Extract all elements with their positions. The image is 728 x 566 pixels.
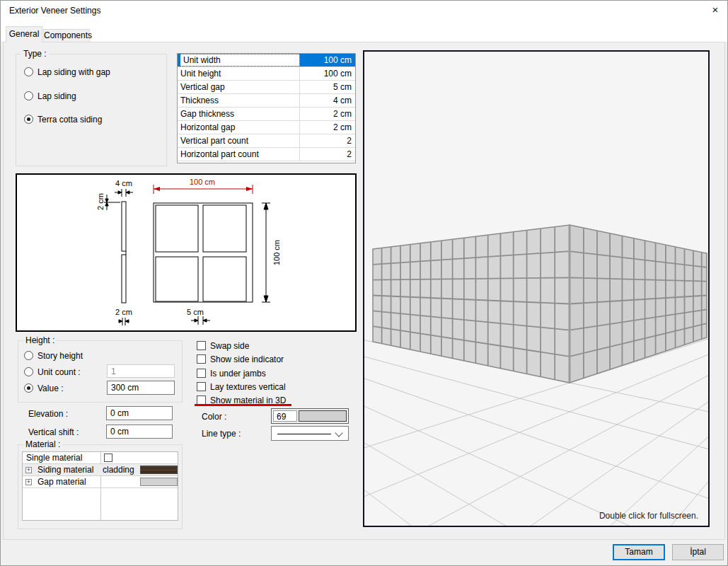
ok-button[interactable]: Tamam — [613, 544, 665, 560]
radio-label: Value : — [37, 383, 63, 393]
property-value[interactable]: 2 — [300, 148, 355, 161]
single-material-checkbox[interactable] — [104, 454, 112, 462]
radio-label: Lap siding with gap — [37, 67, 110, 77]
checkbox-icon — [197, 354, 206, 364]
value-input[interactable]: 300 cm — [107, 381, 175, 395]
material-label: Gap material — [23, 477, 86, 487]
dim-front-gap — [191, 316, 210, 325]
vertical-shift-input[interactable]: 0 cm — [106, 424, 173, 439]
property-label: Unit height — [178, 67, 300, 80]
cancel-button[interactable]: İptal — [672, 544, 724, 560]
radio-story-height[interactable]: Story height — [24, 350, 83, 361]
checkbox-is-under-jambs[interactable]: Is under jambs — [197, 368, 266, 379]
property-row-vertical-part-count[interactable]: Vertical part count 2 — [178, 134, 355, 148]
property-row-horizontal-gap[interactable]: Horizontal gap 2 cm — [178, 121, 355, 134]
property-value[interactable]: 2 cm — [300, 121, 355, 134]
fullscreen-hint: Double click for fullscreen. — [599, 511, 698, 521]
dim-side-gap-top — [104, 195, 120, 210]
dim-label-front-height: 100 cm — [272, 240, 281, 265]
radio-icon-selected — [24, 383, 33, 393]
dim-label-front-width: 100 cm — [190, 178, 215, 186]
siding-material-swatch[interactable] — [140, 466, 178, 474]
checkbox-label: Lay textures vertical — [210, 382, 286, 392]
checkbox-label: Show side indicator — [210, 354, 284, 364]
type-group: Type : Lap siding with gap Lap siding Te… — [16, 54, 167, 166]
property-label: Vertical gap — [178, 81, 300, 93]
dim-front-height — [262, 203, 270, 302]
property-label: Unit width — [178, 54, 300, 67]
dim-label-side-gap-top: 2 cm — [96, 193, 105, 210]
gap-material-swatch[interactable] — [140, 478, 178, 486]
diagram-drawing: 4 cm 2 cm 2 cm — [17, 175, 355, 330]
property-row-unit-width[interactable]: Unit width 100 cm — [178, 54, 355, 67]
chevron-down-icon — [335, 429, 342, 437]
dim-label-side-gap-bottom: 2 cm — [115, 308, 132, 316]
preview-3d-render — [364, 52, 708, 526]
close-icon[interactable]: × — [707, 4, 723, 18]
property-row-thickness[interactable]: Thickness 4 cm — [178, 94, 355, 108]
property-row-gap-thickness[interactable]: Gap thickness 2 cm — [178, 108, 355, 121]
tab-components[interactable]: Components — [43, 29, 90, 42]
preview-3d[interactable]: Double click for fullscreen. — [363, 50, 710, 527]
title-bar — [0, 0, 728, 42]
checkbox-label: Is under jambs — [210, 369, 266, 379]
unit-count-input[interactable]: 1 — [107, 364, 175, 378]
line-type-dropdown[interactable] — [271, 426, 349, 441]
property-value[interactable]: 100 cm — [300, 54, 355, 67]
color-number-input[interactable]: 69 — [273, 410, 297, 422]
material-row-gap[interactable]: + Gap material — [23, 476, 178, 488]
dimension-diagram: 4 cm 2 cm 2 cm — [16, 173, 357, 332]
dim-label-side-width: 4 cm — [115, 179, 132, 187]
property-value[interactable]: 4 cm — [300, 94, 355, 107]
radio-lap-siding-with-gap[interactable]: Lap siding with gap — [24, 67, 110, 77]
front-view — [154, 203, 253, 302]
property-row-unit-height[interactable]: Unit height 100 cm — [178, 67, 355, 81]
vertical-shift-label: Vertical shift : — [28, 427, 79, 437]
radio-label: Story height — [37, 351, 83, 361]
radio-icon — [24, 91, 33, 100]
property-label: Gap thickness — [178, 108, 300, 120]
color-swatch[interactable] — [299, 410, 347, 422]
radio-icon — [24, 351, 33, 360]
selection-indicator — [178, 54, 180, 67]
dim-side-width — [115, 189, 133, 197]
property-value[interactable]: 100 cm — [300, 67, 355, 80]
radio-label: Terra cotta siding — [37, 115, 102, 125]
material-row-siding[interactable]: + Siding material cladding — [23, 464, 178, 476]
property-label: Vertical part count — [178, 134, 300, 147]
color-control[interactable]: 69 — [271, 408, 349, 424]
expand-icon[interactable]: + — [25, 479, 32, 485]
tab-general[interactable]: General — [6, 26, 42, 42]
radio-value[interactable]: Value : — [24, 383, 63, 393]
property-row-horizontal-part-count[interactable]: Horizontal part count 2 — [178, 148, 355, 161]
elevation-label: Elevation : — [28, 409, 68, 419]
material-table: Single material + Siding material claddi… — [22, 451, 178, 521]
property-value[interactable]: 5 cm — [300, 81, 355, 93]
material-group: Material : Single material + Siding mate… — [18, 444, 183, 529]
material-label: Siding material — [23, 465, 93, 475]
radio-icon-selected — [24, 115, 33, 124]
radio-terra-cotta-siding[interactable]: Terra cotta siding — [24, 114, 102, 125]
material-value[interactable]: cladding — [103, 465, 134, 475]
checkbox-lay-textures-vertical[interactable]: Lay textures vertical — [197, 381, 286, 392]
height-group: Height : Story height Unit count : Value… — [18, 340, 183, 403]
radio-label: Lap siding — [37, 91, 76, 101]
line-sample — [277, 434, 331, 434]
property-label: Horizontal part count — [178, 148, 300, 161]
property-value[interactable]: 2 cm — [300, 108, 355, 120]
material-row-single[interactable]: Single material — [23, 452, 178, 464]
line-type-label: Line type : — [202, 429, 241, 439]
radio-lap-siding[interactable]: Lap siding — [24, 91, 76, 101]
expand-icon[interactable]: + — [25, 467, 32, 473]
checkbox-icon — [197, 341, 206, 350]
side-view — [122, 202, 126, 303]
elevation-input[interactable]: 0 cm — [106, 406, 173, 420]
property-row-vertical-gap[interactable]: Vertical gap 5 cm — [178, 81, 355, 94]
radio-unit-count[interactable]: Unit count : — [24, 366, 81, 377]
window-title: Exterior Veneer Settings — [9, 6, 100, 16]
checkbox-swap-side[interactable]: Swap side — [197, 340, 249, 351]
dim-side-gap-bottom — [119, 318, 129, 325]
property-value[interactable]: 2 — [300, 134, 355, 147]
material-group-legend: Material : — [23, 439, 62, 449]
checkbox-show-side-indicator[interactable]: Show side indicator — [197, 354, 284, 364]
